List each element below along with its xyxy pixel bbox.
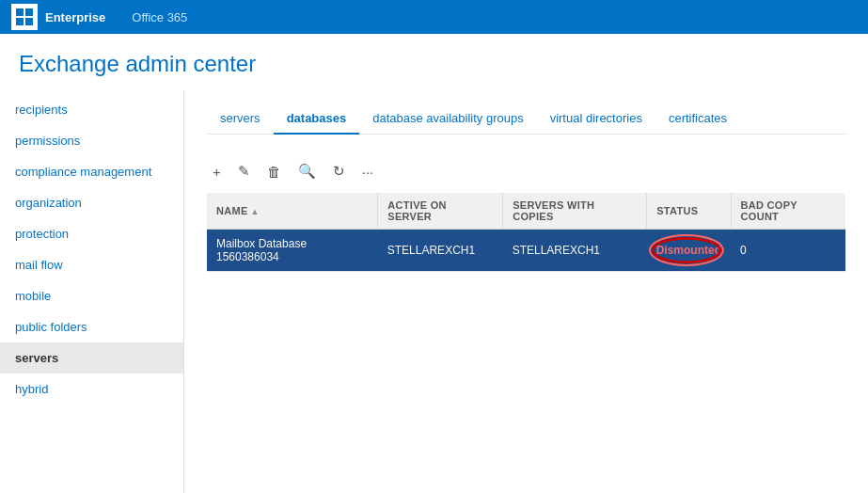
sidebar-item-compliance[interactable]: compliance management: [0, 156, 183, 187]
col-servers-copies: SERVERS WITH COPIES: [503, 193, 647, 230]
svg-rect-3: [25, 18, 33, 25]
page-title: Exchange admin center: [0, 34, 868, 90]
toolbar: + ✎ 🗑 🔍 ↻ ···: [207, 150, 845, 193]
app-name: Enterprise: [45, 10, 105, 24]
sidebar-item-publicfolders[interactable]: public folders: [0, 311, 183, 342]
main-layout: recipients permissions compliance manage…: [0, 90, 868, 493]
svg-rect-1: [25, 8, 33, 16]
refresh-button[interactable]: ↻: [327, 159, 351, 183]
table-header: NAME ACTIVE ON SERVER SERVERS WITH COPIE…: [207, 193, 845, 230]
tab-databases[interactable]: databases: [274, 103, 360, 135]
status-dismounted: Dismounted: [656, 244, 721, 257]
tab-servers[interactable]: servers: [207, 103, 274, 135]
col-bad-copy: BAD COPY COUNT: [731, 193, 845, 230]
cell-bad-copy: 0: [731, 230, 845, 272]
sidebar-item-organization[interactable]: organization: [0, 187, 183, 218]
col-name: NAME: [207, 193, 378, 230]
sidebar-item-hybrid[interactable]: hybrid: [0, 374, 183, 405]
edit-button[interactable]: ✎: [232, 159, 256, 183]
col-status: STATUS: [647, 193, 731, 230]
cell-servers-copies: STELLAREXCH1: [503, 230, 647, 272]
sidebar: recipients permissions compliance manage…: [0, 90, 184, 493]
tab-dag[interactable]: database availability groups: [359, 103, 536, 135]
add-button[interactable]: +: [207, 160, 227, 183]
search-button[interactable]: 🔍: [292, 159, 322, 183]
table-body: Mailbox Database 1560386034 STELLAREXCH1…: [207, 230, 845, 272]
sidebar-item-servers[interactable]: servers: [0, 342, 183, 374]
cell-active-server: STELLAREXCH1: [378, 230, 503, 272]
databases-table: NAME ACTIVE ON SERVER SERVERS WITH COPIE…: [207, 193, 845, 272]
tab-certificates[interactable]: certificates: [655, 103, 740, 135]
cell-status: Dismounted: [647, 230, 731, 272]
col-active-server: ACTIVE ON SERVER: [378, 193, 503, 230]
app-logo: [11, 4, 38, 30]
cell-name: Mailbox Database 1560386034: [207, 230, 378, 272]
sidebar-item-mailflow[interactable]: mail flow: [0, 249, 183, 280]
dismounted-cell: Dismounted: [656, 244, 721, 257]
top-nav-office365[interactable]: Office 365: [120, 0, 198, 34]
delete-button[interactable]: 🗑: [261, 160, 287, 183]
more-button[interactable]: ···: [356, 160, 380, 183]
svg-rect-0: [16, 8, 24, 16]
svg-rect-2: [16, 18, 24, 25]
tab-virtual-directories[interactable]: virtual directories: [537, 103, 655, 135]
sub-nav: servers databases database availability …: [207, 90, 845, 135]
sidebar-item-mobile[interactable]: mobile: [0, 280, 183, 311]
sidebar-item-permissions[interactable]: permissions: [0, 125, 183, 156]
top-bar: Enterprise Office 365: [0, 0, 868, 34]
content-area: servers databases database availability …: [184, 90, 868, 493]
sidebar-item-recipients[interactable]: recipients: [0, 94, 183, 125]
table-row[interactable]: Mailbox Database 1560386034 STELLAREXCH1…: [207, 230, 845, 272]
sidebar-item-protection[interactable]: protection: [0, 218, 183, 249]
